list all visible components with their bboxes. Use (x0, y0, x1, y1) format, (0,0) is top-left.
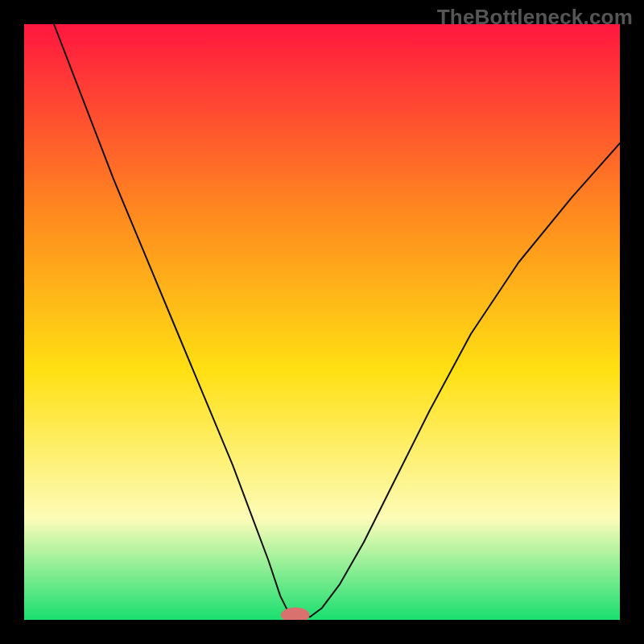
plot-area (24, 24, 620, 620)
bottleneck-chart (24, 24, 620, 620)
gradient-background (24, 24, 620, 620)
chart-frame: TheBottleneck.com (0, 0, 644, 644)
watermark-text: TheBottleneck.com (437, 5, 633, 30)
